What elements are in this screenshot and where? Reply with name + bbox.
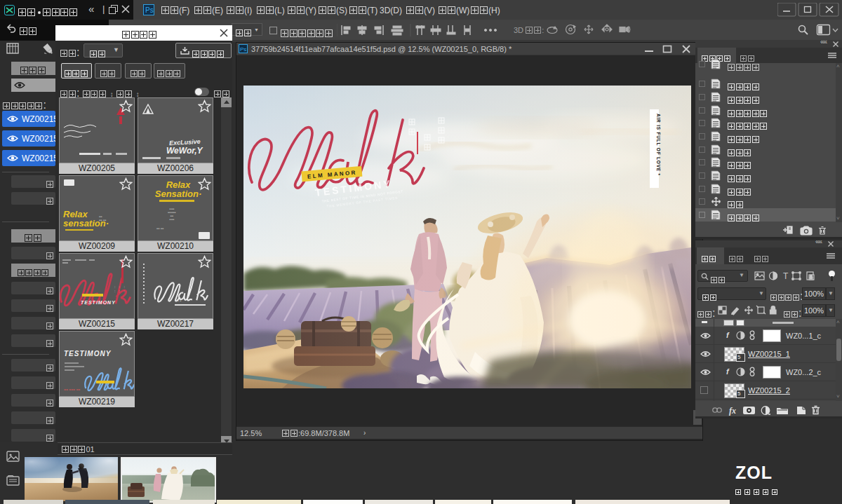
svg-text:Ps: Ps [240, 46, 246, 53]
svg-text:fx: fx [729, 406, 736, 416]
svg-text:T: T [783, 271, 789, 281]
svg-text:Ps: Ps [145, 6, 154, 14]
svg-text:AIR IS FULL OF LOVE *: AIR IS FULL OF LOVE * [656, 114, 661, 176]
